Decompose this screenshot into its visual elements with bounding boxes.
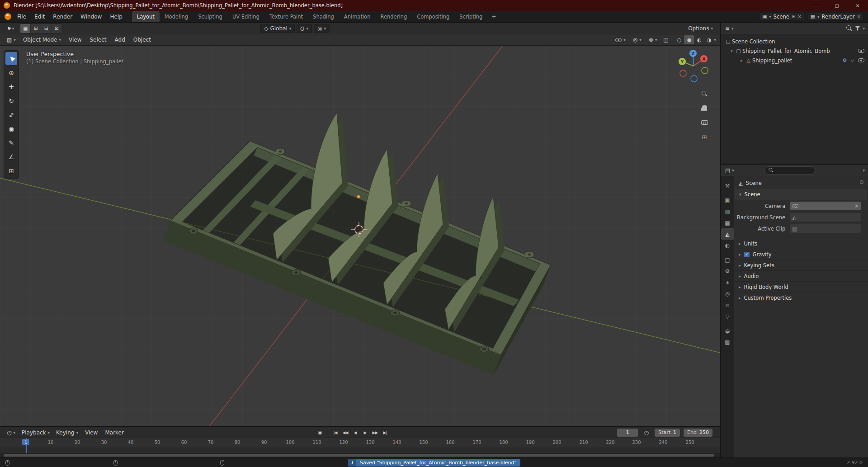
gravity-checkbox[interactable]: ✓ [744,252,750,257]
previous-keyframe-button[interactable]: ◀◀ [341,429,349,437]
mesh-data-icon[interactable]: ▽ [849,57,856,63]
workspace-tab-uv-editing[interactable]: UV Editing [227,11,264,22]
minimize-button[interactable]: — [806,0,826,11]
outliner-label[interactable]: Shipping_pallet [752,57,792,64]
prop-tab-render[interactable]: ▣ [721,194,734,206]
tool-annotate[interactable]: ✎ [5,136,17,149]
viewport-menu-object[interactable]: Object [130,35,155,44]
menu-render[interactable]: Render [49,12,76,21]
tool-move[interactable]: + [5,80,17,93]
menu-help[interactable]: Help [106,12,126,21]
timeline-track-area[interactable] [0,447,720,453]
workspace-tab-modeling[interactable]: Modeling [160,11,193,22]
tool-add-cube[interactable]: ⊞ [5,164,17,177]
disclosure-triangle-icon[interactable]: ▸ [739,58,745,63]
outliner-label[interactable]: Shipping_Pallet_for_Atomic_Bomb [742,48,830,54]
select-mode-extend[interactable]: ⊞ [31,24,41,33]
jump-to-end-button[interactable]: ▶| [381,429,389,437]
blender-menu-icon[interactable] [5,13,11,20]
scene-panel-header[interactable]: ▾ Scene [735,189,867,200]
overlays-dropdown[interactable]: ⊚ ▾ [646,35,660,44]
workspace-tab-layout[interactable]: Layout [132,11,160,22]
workspace-tab-rendering[interactable]: Rendering [375,11,412,22]
background-scene-field[interactable]: ◭ [790,213,861,222]
tool-transform[interactable]: ◉ [5,122,17,135]
shading-wireframe-button[interactable]: ○ [674,35,684,44]
menu-file[interactable]: File [13,12,30,21]
gizmos-dropdown[interactable]: ◎ ▾ [630,35,645,44]
viewport-3d[interactable]: User Perspective (1) Scene Collection | … [0,46,720,426]
tool-select-box[interactable]: ▶ [5,52,17,65]
close-button[interactable]: × [847,0,868,11]
pan-view-button[interactable] [700,104,709,113]
next-keyframe-button[interactable]: ▶▶ [371,429,379,437]
frame-end-field[interactable]: End 250 [684,429,712,437]
select-mode-new[interactable]: ▣ [20,24,31,33]
eye-icon[interactable] [858,58,864,62]
modifier-wrench-icon[interactable]: ⚙ [841,57,849,63]
proportional-editing-toggle[interactable]: ◎ ▾ [314,24,330,33]
navigation-gizmo[interactable]: X Y Z [675,47,712,85]
scene-name[interactable]: Scene [774,14,789,20]
panel-units[interactable]: ▸ Units [734,238,868,249]
menu-window[interactable]: Window [76,12,106,21]
select-mode-subtract[interactable]: ⊟ [41,24,52,33]
timeline-scrollbar[interactable] [0,453,720,458]
tool-scale[interactable]: ↔ [5,108,17,121]
prop-tab-texture[interactable]: ▩ [721,336,734,348]
maximize-button[interactable]: ▢ [826,0,847,11]
gizmo-y-negative[interactable] [702,67,708,74]
workspace-tab-texture-paint[interactable]: Texture Paint [264,11,308,22]
outliner-row-scene-collection[interactable]: ▢ Scene Collection [721,37,868,46]
chevron-down-icon[interactable]: ▾ [769,14,771,19]
disclosure-triangle-icon[interactable]: ▾ [729,49,735,53]
zoom-button[interactable] [700,89,709,98]
outliner-row-object[interactable]: ▸ △ Shipping_pallet ⚙ ▽ [721,56,868,65]
filter-funnel-icon[interactable] [855,26,860,31]
prop-tab-physics[interactable]: ◎ [721,288,734,299]
panel-custom-properties[interactable]: ▸ Custom Properties [734,292,868,303]
pin-icon[interactable] [860,180,863,186]
tool-measure[interactable]: ∠ [5,150,17,163]
shading-rendered-button[interactable]: ◑ [704,35,714,44]
prop-tab-view-layer[interactable]: ▦ [721,217,734,228]
prop-tab-tool[interactable]: ⚒ [721,180,734,191]
panel-gravity[interactable]: ▸ ✓ Gravity [734,249,868,259]
camera-view-button[interactable] [700,118,709,127]
mode-dropdown[interactable]: Object Mode ▾ [20,35,64,44]
select-mode-intersect[interactable]: ⊠ [52,24,62,33]
prop-tab-output[interactable]: ▥ [721,206,734,217]
play-reverse-button[interactable]: ◀ [351,429,359,437]
outliner-editor-type-button[interactable]: ≡ ▾ [724,24,735,33]
active-tool-button[interactable]: ▶ ▾ [4,24,17,33]
workspace-tab-compositing[interactable]: Compositing [412,11,454,22]
shading-solid-button[interactable]: ● [684,35,694,44]
panel-rigid-body-world[interactable]: ▸ Rigid Body World [734,281,868,292]
chevron-down-icon[interactable]: ▾ [306,26,308,31]
active-clip-field[interactable]: ▥ [790,224,861,233]
jump-to-start-button[interactable]: |◀ [331,429,340,437]
workspace-tab-animation[interactable]: Animation [339,11,376,22]
chevron-down-icon[interactable]: ▾ [324,26,326,31]
search-icon[interactable] [846,25,852,31]
viewport-menu-add[interactable]: Add [111,35,129,44]
transform-orientation-dropdown[interactable]: ◇ Global ▾ [260,24,295,33]
current-frame-field[interactable]: 1 [617,429,638,437]
shading-material-button[interactable]: ◐ [694,35,704,44]
play-button[interactable]: ▶ [361,429,369,437]
view-layer-selector[interactable]: ▦ ▾ RenderLayer × [808,12,863,21]
panel-keying-sets[interactable]: ▸ Keying Sets [734,259,868,270]
chevron-down-icon[interactable]: ▾ [714,38,716,42]
outliner-row-collection[interactable]: ▾ ▢ Shipping_Pallet_for_Atomic_Bomb [721,46,868,56]
prop-tab-constraints[interactable]: ∞ [721,299,734,311]
frame-start-field[interactable]: Start 1 [655,429,680,437]
new-scene-button[interactable]: ⊞ [792,14,795,19]
camera-field[interactable]: × [790,202,861,210]
object-visibility-dropdown[interactable]: ▾ [612,35,629,44]
tool-rotate[interactable]: ↻ [5,94,17,107]
view-layer-name[interactable]: RenderLayer [822,14,855,20]
keying-menu[interactable]: Keying ▾ [53,428,81,437]
properties-editor-type-button[interactable]: ▤ ▾ [724,166,736,175]
prop-tab-scene[interactable]: ◭ [721,228,734,240]
timeline-view-menu[interactable]: View [81,428,101,437]
